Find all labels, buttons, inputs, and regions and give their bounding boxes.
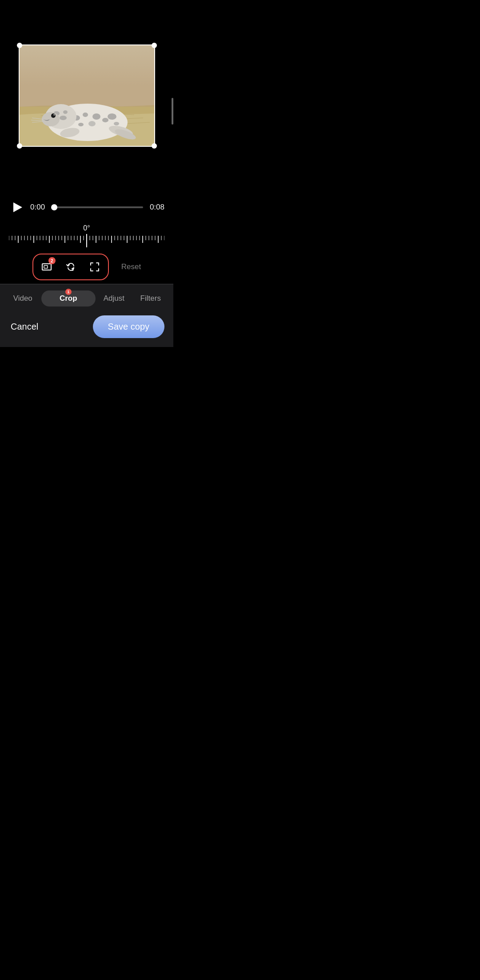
tab-filters[interactable]: Filters — [132, 294, 169, 303]
svg-point-12 — [102, 118, 108, 122]
tab-crop[interactable]: 1 Crop — [41, 290, 96, 307]
tool-group: 2 — [32, 254, 109, 280]
svg-point-14 — [78, 123, 84, 126]
rotate-button[interactable] — [60, 256, 81, 278]
svg-point-15 — [108, 113, 116, 120]
svg-rect-32 — [44, 266, 48, 268]
rotation-degree: 0° — [83, 224, 90, 232]
svg-point-20 — [60, 116, 67, 120]
expand-button[interactable] — [84, 256, 105, 278]
crop-tab-badge: 1 — [65, 289, 72, 295]
progress-thumb[interactable] — [51, 204, 57, 210]
svg-point-24 — [53, 114, 55, 116]
scroll-indicator — [172, 98, 173, 125]
svg-point-10 — [83, 113, 88, 117]
svg-point-13 — [88, 121, 96, 126]
progress-bar[interactable] — [52, 206, 143, 208]
aspect-ratio-badge: 2 — [48, 257, 56, 264]
play-icon — [13, 202, 22, 212]
save-button[interactable]: Save copy — [93, 315, 164, 338]
svg-point-19 — [63, 110, 68, 114]
svg-point-11 — [92, 113, 100, 120]
tab-adjust[interactable]: Adjust — [96, 294, 132, 303]
bottom-nav: Video 1 Crop Adjust Filters Cancel Save … — [0, 284, 173, 347]
cancel-button[interactable]: Cancel — [9, 318, 40, 335]
tool-row: 2 Reset — [9, 251, 164, 284]
crop-container[interactable] — [19, 44, 155, 147]
video-preview — [19, 44, 155, 147]
reset-button[interactable]: Reset — [121, 262, 141, 271]
rotation-ruler[interactable] — [9, 234, 164, 247]
playback-row: 0:00 0:08 — [9, 191, 164, 222]
aspect-ratio-button[interactable]: 2 — [36, 256, 57, 278]
svg-point-23 — [51, 113, 56, 118]
action-row: Cancel Save copy — [4, 311, 169, 347]
ruler-center-line — [86, 234, 87, 247]
time-total: 0:08 — [148, 203, 164, 212]
time-current: 0:00 — [30, 203, 46, 212]
rotation-row: 0° — [9, 222, 164, 234]
video-area — [0, 0, 173, 191]
svg-point-16 — [114, 122, 119, 125]
tab-video[interactable]: Video — [4, 294, 41, 303]
tab-row: Video 1 Crop Adjust Filters — [4, 284, 169, 311]
controls-area: 0:00 0:08 0° 2 — [0, 191, 173, 284]
play-button[interactable] — [9, 199, 25, 215]
svg-point-22 — [42, 112, 60, 126]
svg-rect-31 — [42, 264, 51, 270]
